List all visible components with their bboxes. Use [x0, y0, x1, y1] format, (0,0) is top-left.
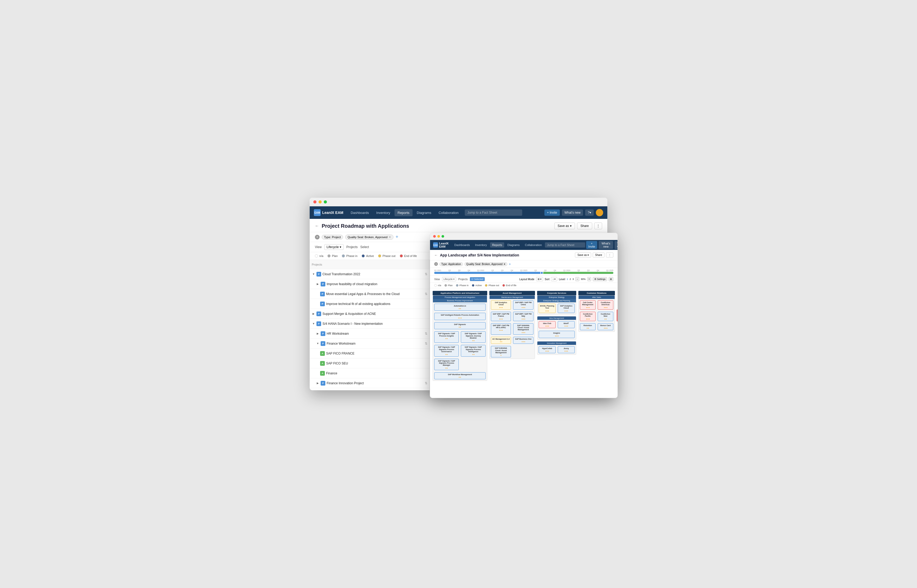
more-options-button[interactable]: ⋮ [594, 223, 602, 229]
sw-grid-button[interactable]: ⊞ [609, 277, 613, 281]
sw-app-card[interactable]: SAP ERP / SAP PM HR & APAC ★★★ [491, 323, 511, 335]
share-button[interactable]: Share [577, 223, 592, 229]
sw-app-card[interactable]: SAP Signavio ★★ [434, 322, 486, 329]
sw-app-card[interactable]: SAP S/4HANA Cloud / Asset Management ★ [491, 346, 511, 357]
sort-icon[interactable]: ⇅ [425, 332, 428, 336]
sw-nav-inventory[interactable]: Inventory [473, 242, 489, 247]
sw-whats-new-button[interactable]: What's new [599, 241, 613, 249]
expand-icon[interactable]: ▶ [312, 312, 316, 316]
sw-app-card[interactable]: SAP Signavio / SAP Signavio Process Gove… [434, 345, 459, 356]
nav-dashboards[interactable]: Dashboards [348, 209, 372, 216]
sw-help-button[interactable]: ?▾ [615, 241, 618, 249]
sw-selected-btn[interactable]: ☑ Selected [470, 277, 485, 281]
sw-search-input[interactable] [545, 242, 585, 247]
sw-filter-quality-remove[interactable]: ✕ [504, 263, 505, 266]
sw-app-card[interactable]: SAP Intelligent Robotic Process Automati… [434, 313, 486, 320]
sw-nav-dashboards[interactable]: Dashboards [452, 242, 472, 247]
sw-app-card[interactable]: CustEchoe Pacific ★★★ [580, 312, 596, 321]
sw-more-button[interactable]: ⋮ [606, 252, 613, 257]
sw-sort-select[interactable]: ↕ ▾ [551, 277, 557, 281]
whats-new-button[interactable]: What's new [562, 210, 583, 216]
sw-stars: ★★★ [540, 350, 554, 352]
filter-clear-button[interactable]: ✕ [315, 235, 319, 239]
sw-app-card-callcenter[interactable]: Call Center Management ★★★ [580, 300, 596, 310]
help-button[interactable]: ?▾ [585, 210, 594, 216]
nav-inventory[interactable]: Inventory [373, 209, 393, 216]
sw-app-card[interactable]: SAP ERP / SAP PM China ★★★ [513, 300, 533, 310]
minimize-dot[interactable] [319, 200, 322, 204]
sw-app-card[interactable]: SAP ERP / SAP PM Italy ★★★ [513, 312, 533, 321]
sw-app-card-excel[interactable]: EXCEL Planning Tool ★★★ [539, 304, 556, 313]
sw-layout-select[interactable]: ⊞ ▾ [536, 277, 543, 281]
sw-filter-add[interactable]: + [509, 262, 511, 266]
sort-icon[interactable]: ⇅ [425, 292, 428, 296]
sw-app-card[interactable]: Jenny ★★★ [558, 346, 575, 353]
sw-nav-diagrams[interactable]: Diagrams [505, 242, 522, 247]
sw-back-button[interactable]: ← [434, 253, 438, 257]
sort-icon[interactable]: ⇅ [425, 342, 428, 346]
sort-icon[interactable]: ⇅ [425, 381, 428, 385]
sw-app-card[interactable]: SAP Signavio / SAP Signavio Process Inte… [461, 345, 485, 356]
sw-app-name: CustEchoe New [599, 313, 612, 317]
sw-app-card[interactable]: SAP S/4HANA Cloud / Asset Management ★★★ [513, 323, 533, 335]
sw-app-card-retention[interactable]: Retention ★★ [580, 323, 596, 330]
sw-invite-button[interactable]: + Invite [586, 241, 597, 249]
nav-search-input[interactable] [465, 210, 522, 216]
sw-level-3[interactable]: 3 [572, 278, 574, 280]
filter-quality-remove[interactable]: ✕ [389, 235, 391, 239]
sw-zoom-out[interactable]: − [575, 277, 579, 281]
sw-app-card[interactable]: SAP Signavio / SAP Process Insights ★★ [434, 331, 459, 343]
sw-app-card[interactable]: AC Management 2.2 ★★ [491, 337, 511, 344]
invite-button[interactable]: + Invite [544, 210, 560, 216]
sw-app-card[interactable]: SAP Signavio / SAP Signavio Journey Mode… [461, 331, 485, 343]
sw-nav-reports[interactable]: Reports [490, 242, 504, 247]
sw-level-2[interactable]: 2 [569, 278, 571, 280]
sw-save-as-button[interactable]: Save as ▾ [575, 252, 591, 257]
sw-zoom-in[interactable]: + [587, 277, 591, 281]
sw-lifecycle-select[interactable]: Lifecycle ▾ [442, 277, 457, 281]
expand-icon[interactable]: ▼ [316, 342, 319, 346]
sw-maximize-dot[interactable] [442, 235, 444, 237]
expand-icon[interactable]: ▼ [312, 322, 316, 326]
projects-btn[interactable]: Projects [346, 245, 358, 249]
expand-icon[interactable]: ▶ [316, 332, 319, 336]
support-tab[interactable]: Support [617, 309, 618, 321]
select-btn[interactable]: Select [360, 245, 369, 249]
sw-close-dot[interactable] [433, 235, 436, 237]
sw-nav-collaboration[interactable]: Collaboration [523, 242, 544, 247]
sw-app-card[interactable]: HypeCollab ★★★ [539, 346, 556, 353]
sw-share-button[interactable]: Share [593, 252, 604, 257]
filter-add-button[interactable]: + [395, 234, 399, 240]
sw-app-card[interactable]: SAP Signavio / SAP Signavio Process Mana… [434, 359, 459, 370]
sw-app-card[interactable]: Imagine ★★★ [539, 331, 575, 338]
sw-filter-clear[interactable]: ✕ [434, 262, 438, 266]
sw-app-card[interactable]: IdeaIT ★★★ [558, 321, 575, 328]
sw-app-card-bonuscard[interactable]: Bonus Card ★★★ [598, 323, 613, 330]
sw-app-card[interactable]: SAP Business One ★★★ [513, 337, 533, 344]
sw-projects-btn[interactable]: Projects [458, 278, 468, 281]
nav-collaboration[interactable]: Collaboration [436, 209, 462, 216]
sw-level-1[interactable]: 1 [567, 278, 568, 280]
sw-settings-button[interactable]: ⚙ Settings [593, 277, 607, 281]
sw-minimize-dot[interactable] [437, 235, 440, 237]
nav-reports[interactable]: Reports [395, 209, 413, 216]
sw-app-card[interactable]: SAP Workflow Management ★★ [434, 372, 486, 379]
back-button[interactable]: ← [315, 224, 319, 228]
sw-app-card[interactable]: SAP ERP / SAP PM France ★★★ [491, 312, 511, 321]
sw-app-card[interactable]: SAP Analytics Cloud ★★★ [491, 300, 511, 310]
user-avatar[interactable] [596, 209, 603, 216]
expand-icon[interactable]: ▼ [312, 272, 316, 276]
lifecycle-select[interactable]: Lifecycle ▾ [324, 244, 344, 250]
sw-app-card-analytics[interactable]: SAP Analytics Cloud ★★★ [558, 304, 575, 313]
sw-app-card[interactable]: CustEchoe Americas ★★★ [598, 300, 613, 310]
expand-icon[interactable]: ▶ [316, 381, 319, 385]
expand-icon[interactable]: ▶ [316, 282, 319, 286]
sw-app-card[interactable]: Automation.io ★★ [434, 304, 486, 311]
sort-icon[interactable]: ⇅ [425, 272, 428, 276]
sw-app-card[interactable]: Idea Club ★★★ [539, 321, 556, 328]
nav-diagrams[interactable]: Diagrams [413, 209, 434, 216]
save-as-button[interactable]: Save as ▾ [554, 223, 575, 229]
maximize-dot[interactable] [324, 200, 327, 204]
close-dot[interactable] [313, 200, 316, 204]
sw-app-card[interactable]: CustEchoe New ★★ [598, 312, 613, 321]
